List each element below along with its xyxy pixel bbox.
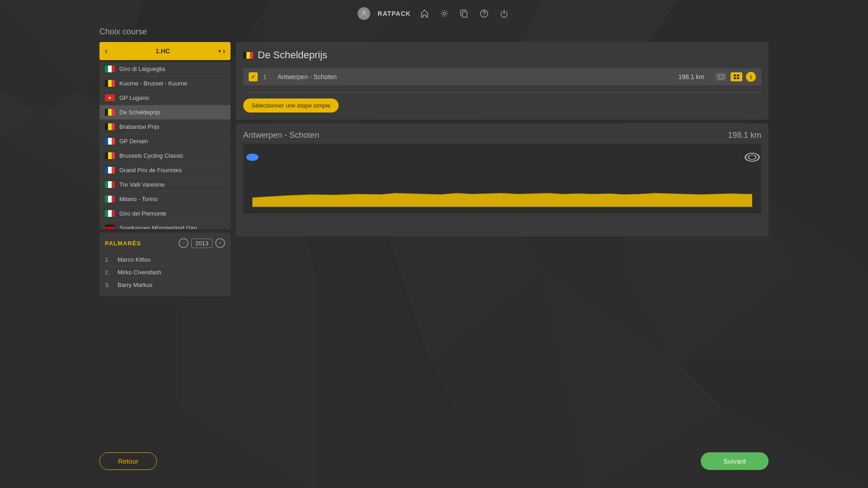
race-list-item[interactable]: GP Denain	[99, 134, 231, 149]
race-name: Giro del Piemonte	[119, 210, 166, 217]
stage-grid-icon[interactable]	[731, 72, 742, 81]
palmares-panel: PALMARÈS − 2013 + 1.Marco Kittou2.Mirko …	[99, 233, 231, 296]
category-label: 1.HC	[156, 47, 170, 55]
race-flag	[105, 109, 115, 116]
stage-icons: i	[715, 72, 756, 82]
race-name: Giro di Laigueglia	[119, 66, 165, 72]
year-control: − 2013 +	[179, 238, 225, 248]
category-dropdown-arrow: ▾	[218, 48, 221, 54]
svg-point-31	[443, 12, 446, 15]
race-flag	[105, 80, 115, 87]
race-name: GP Lugano	[119, 94, 149, 101]
race-name: Brussels Cycling Classic	[119, 152, 184, 159]
stage-info-icon[interactable]: i	[746, 72, 756, 82]
palmares-item: 3.Barry Markus	[105, 279, 225, 291]
race-name: Kuurne - Brussel - Kuurne	[119, 80, 187, 87]
race-list-item[interactable]: Giro di Laigueglia	[99, 62, 231, 76]
race-list-item[interactable]: Grand Prix de Fourmies	[99, 163, 231, 178]
right-panel: De Scheldeprijs ✓ 1 Antwerpen - Schoten …	[236, 42, 769, 296]
race-name: GP Denain	[119, 138, 148, 145]
svg-point-30	[362, 10, 366, 14]
home-icon[interactable]	[418, 7, 431, 20]
svg-point-43	[247, 154, 258, 160]
race-flag	[105, 152, 115, 159]
race-flag	[105, 123, 115, 130]
race-list-item[interactable]: Giro del Piemonte	[99, 206, 231, 221]
race-detail-header: De Scheldeprijs	[243, 49, 761, 61]
palmares-item: 2.Mirko Civendash	[105, 266, 225, 279]
stage-row: ✓ 1 Antwerpen - Schoten 198.1 km	[243, 68, 761, 85]
power-icon[interactable]	[498, 7, 510, 20]
palmares-rank: 3.	[105, 282, 114, 288]
stage-number: 1	[263, 74, 272, 80]
username-label: RATPACK	[377, 10, 410, 17]
svg-rect-38	[734, 75, 736, 76]
race-list-item[interactable]: De Scheldeprijs	[99, 105, 231, 120]
category-next-button[interactable]: ›	[223, 47, 225, 55]
topbar: RATPACK	[0, 0, 868, 27]
stage-checkbox[interactable]: ✓	[249, 72, 258, 81]
category-prev-button[interactable]: ‹	[105, 47, 107, 55]
stage-map-icon[interactable]	[715, 72, 727, 81]
race-list-container: Giro di LaiguegliaKuurne - Brussel - Kuu…	[99, 62, 231, 229]
copy-icon[interactable]	[458, 7, 471, 20]
race-flag	[105, 66, 115, 72]
year-display: 2013	[191, 239, 212, 248]
elevation-title: Antwerpen - Schoten	[243, 131, 319, 140]
race-name: Grand Prix de Fourmies	[119, 167, 182, 174]
svg-rect-40	[734, 77, 736, 79]
race-flag	[105, 210, 115, 217]
race-detail-panel: De Scheldeprijs ✓ 1 Antwerpen - Schoten …	[236, 42, 769, 120]
race-list-item[interactable]: Milano - Torino	[99, 192, 231, 206]
bottom-bar: Retour Suivant	[0, 452, 868, 470]
svg-rect-39	[737, 75, 739, 76]
palmares-header: PALMARÈS − 2013 +	[105, 238, 225, 248]
page-title: Choix course	[99, 27, 868, 37]
palmares-list: 1.Marco Kittou2.Mirko Civendash3.Barry M…	[105, 253, 225, 291]
race-list-item[interactable]: Tre Valli Varesine	[99, 178, 231, 192]
svg-rect-35	[718, 75, 724, 79]
palmares-title: PALMARÈS	[105, 240, 141, 247]
help-icon[interactable]	[478, 7, 491, 20]
race-flag	[105, 138, 115, 145]
stage-name: Antwerpen - Schoten	[278, 73, 673, 80]
race-name: Milano - Torino	[119, 196, 158, 202]
stage-distance: 198.1 km	[678, 73, 704, 80]
palmares-rank: 1.	[105, 256, 114, 263]
palmares-name: Barry Markus	[118, 282, 152, 288]
left-panel: ‹ 1.HC ▾ › Giro di LaiguegliaKuurne - Br…	[99, 42, 231, 296]
race-list-item[interactable]: Brabantse Prijs	[99, 120, 231, 134]
elevation-header: Antwerpen - Schoten 198.1 km	[243, 131, 761, 140]
svg-rect-41	[737, 77, 739, 79]
palmares-item: 1.Marco Kittou	[105, 253, 225, 266]
elevation-distance: 198.1 km	[728, 131, 761, 140]
svg-point-34	[484, 15, 484, 16]
year-next-button[interactable]: +	[215, 238, 225, 248]
year-prev-button[interactable]: −	[179, 238, 189, 248]
palmares-name: Mirko Civendash	[118, 269, 161, 276]
race-flag	[105, 167, 115, 174]
race-list: Giro di LaiguegliaKuurne - Brussel - Kuu…	[99, 62, 231, 229]
suivant-button[interactable]: Suivant	[701, 452, 769, 470]
svg-rect-32	[462, 12, 467, 17]
race-detail-flag	[243, 52, 253, 59]
select-stage-button[interactable]: Sélectionner une étape simple	[243, 99, 339, 113]
elevation-chart	[243, 144, 761, 214]
race-list-item[interactable]: Sparkassen Münsterland Giro	[99, 221, 231, 229]
divider	[243, 93, 761, 93]
race-name: Brabantse Prijs	[119, 123, 159, 130]
race-flag	[105, 196, 115, 202]
race-list-item[interactable]: Kuurne - Brussel - Kuurne	[99, 76, 231, 91]
race-name: Sparkassen Münsterland Giro	[119, 225, 197, 229]
race-list-item[interactable]: Brussels Cycling Classic	[99, 149, 231, 163]
race-name: De Scheldeprijs	[119, 109, 160, 116]
avatar-icon	[358, 7, 370, 20]
race-flag	[105, 94, 115, 101]
race-list-item[interactable]: GP Lugano	[99, 91, 231, 105]
retour-button[interactable]: Retour	[99, 452, 157, 470]
race-name: Tre Valli Varesine	[119, 181, 165, 188]
palmares-rank: 2.	[105, 269, 114, 276]
category-selector: ‹ 1.HC ▾ ›	[99, 42, 231, 60]
settings-icon[interactable]	[438, 7, 451, 20]
race-flag	[105, 225, 115, 229]
